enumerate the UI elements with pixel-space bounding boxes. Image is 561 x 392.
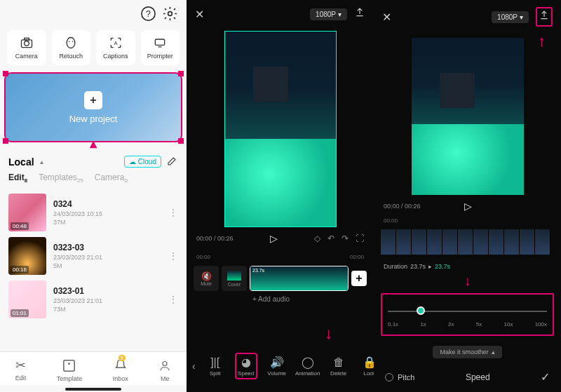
subtab-camera[interactable]: Camera0 [95,173,128,184]
settings-icon[interactable] [162,6,178,22]
mute-button[interactable]: 🔇Mute [194,266,219,291]
delete-tool[interactable]: 🗑Delete [327,356,350,377]
current-time: 00:00 [196,235,212,242]
speed-stop: 10x [503,321,513,327]
close-icon[interactable]: ✕ [382,11,391,24]
cloud-icon: ☁ [129,158,136,165]
camera-tool-label: Camera [15,53,38,60]
fullscreen-icon[interactable]: ⛶ [356,234,364,243]
chevron-up-icon[interactable]: ▴ [40,158,43,165]
keyframe-icon[interactable]: ◇ [314,234,320,243]
project-name: 0323-01 [53,286,161,296]
nav-template[interactable]: Template [57,358,83,382]
arrow-down-indicator: ↓ [374,273,561,289]
svg-point-2 [168,12,173,16]
subtab-edit[interactable]: Edit8 [8,173,27,184]
cloud-button[interactable]: ☁Cloud [124,156,161,168]
add-clip-button[interactable]: + [351,271,367,286]
svg-rect-12 [64,360,74,371]
more-icon[interactable]: ⋮ [168,294,178,305]
project-name: 0324 [53,199,161,209]
retouch-tool[interactable]: Retouch [52,30,91,65]
project-date: 24/03/2023 10:15 [53,210,161,217]
radio-unchecked-icon [385,373,393,381]
confirm-icon[interactable]: ✓ [541,370,550,384]
subtab-templates[interactable]: Templates25 [39,173,83,184]
video-preview [224,31,337,227]
tick: 00:00 [196,254,210,260]
inbox-badge: 5 [119,355,126,361]
project-row[interactable]: 01:01 0323-01 23/03/2023 21:01 73M ⋮ [0,278,187,321]
nav-edit[interactable]: ✂ Edit [15,358,27,382]
new-project-button[interactable]: + New project [4,72,182,142]
add-audio-button[interactable]: + Add audio [243,291,374,307]
retouch-tool-label: Retouch [59,53,83,60]
home-indicator [65,388,121,391]
camera-icon [20,36,34,50]
more-icon[interactable]: ⋮ [168,207,178,218]
svg-text:A: A [114,40,117,46]
animation-tool[interactable]: ◯Animation [297,356,319,377]
plus-icon: + [84,91,102,109]
split-tool[interactable]: ]|[Split [204,356,227,377]
make-smoother-button[interactable]: Make it smoother▴ [433,346,501,358]
project-date: 23/03/2023 21:01 [53,254,161,261]
slider-knob[interactable] [417,306,425,315]
arrow-right-icon: ▸ [428,263,432,270]
chevron-up-icon: ▴ [492,349,495,356]
speed-stop: 1x [420,321,426,327]
svg-point-7 [69,41,70,43]
captions-tool[interactable]: A Captions [96,30,135,65]
speed-slider-panel: 0.1x 1x 2x 5x 10x 100x [381,293,554,336]
cover-button[interactable]: Cover [222,266,247,291]
project-thumbnail: 00:48 [8,194,46,231]
speed-stop: 5x [476,321,482,327]
camera-tool[interactable]: Camera [7,30,46,65]
speed-icon: ◕ [241,356,251,369]
svg-point-6 [67,38,75,48]
speed-track[interactable] [374,224,561,260]
project-thumbnail: 01:01 [8,281,46,318]
export-button[interactable] [536,7,553,27]
speed-stop: 100x [535,321,547,327]
chevron-down-icon: ▾ [338,11,342,18]
animation-icon: ◯ [302,356,314,369]
pitch-toggle[interactable]: Pitch [385,373,414,381]
nav-me[interactable]: Me [158,358,171,382]
project-thumbnail: 00:16 [8,237,46,275]
video-preview [412,38,524,195]
speed-stop: 2x [448,321,454,327]
undo-icon[interactable]: ↶ [327,234,334,243]
captions-icon: A [109,36,123,50]
duration-label: Duration [384,263,407,270]
duration-new: 23.7s [435,263,450,270]
project-row[interactable]: 00:48 0324 24/03/2023 10:15 37M ⋮ [0,191,187,234]
edit-list-icon[interactable] [167,155,178,168]
play-button[interactable]: ▷ [464,201,472,212]
quality-selector[interactable]: 1080P ▾ [492,11,529,23]
play-button[interactable]: ▷ [270,233,278,244]
scissors-icon: ✂ [15,358,26,373]
split-icon: ]|[ [210,356,219,369]
svg-text:?: ? [146,9,151,19]
close-icon[interactable]: ✕ [195,8,204,21]
export-button[interactable] [354,7,365,21]
svg-point-4 [24,41,29,46]
mute-icon: 🔇 [201,271,212,281]
quality-selector[interactable]: 1080P ▾ [310,8,347,20]
help-icon[interactable]: ? [140,6,156,22]
prompter-tool[interactable]: Prompter [141,30,180,65]
nav-inbox[interactable]: 5 Inbox [113,358,128,382]
volume-tool[interactable]: 🔊Volume [266,356,288,377]
back-icon[interactable]: ‹ [192,360,196,372]
lock-icon: 🔒 [363,356,374,369]
speed-tool[interactable]: ◕Speed [235,353,257,379]
video-clip[interactable]: 23.7s [250,266,349,291]
redo-icon[interactable]: ↷ [342,234,349,243]
more-icon[interactable]: ⋮ [168,250,178,262]
project-row[interactable]: 00:16 0323-03 23/03/2023 21:01 5M ⋮ [0,234,187,278]
chevron-down-icon: ▾ [520,13,523,21]
lock-tool[interactable]: 🔒Lock [358,356,374,377]
speed-slider[interactable] [388,304,547,318]
speed-title: Speed [466,372,490,382]
